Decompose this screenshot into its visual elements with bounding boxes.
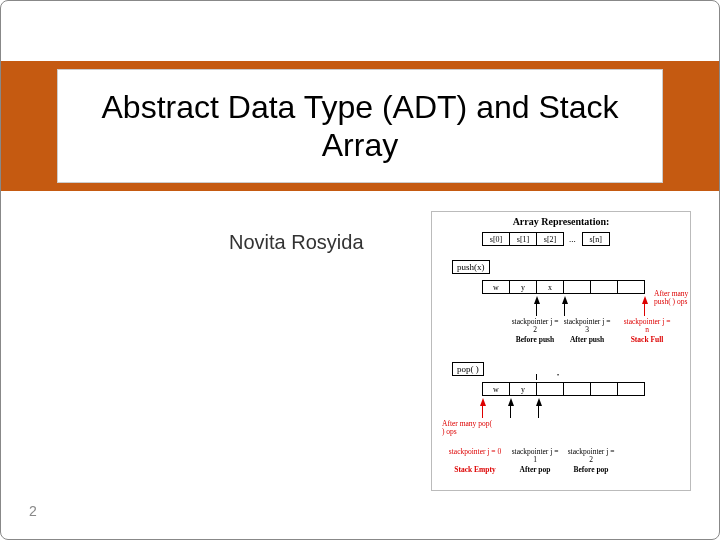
pop-line <box>536 374 537 380</box>
array-cell <box>563 280 591 294</box>
diagram-title: Array Representation: <box>432 216 690 227</box>
arrow-line <box>510 406 511 418</box>
array-cell <box>617 382 645 396</box>
pop-before-sp: stackpointer j = 2 <box>566 448 616 465</box>
array-cell <box>590 382 618 396</box>
ellipsis-icon: ... <box>569 234 576 244</box>
array-cell <box>590 280 618 294</box>
array-cell: w <box>482 382 510 396</box>
arrow-up-icon <box>536 398 542 406</box>
arrow-up-icon <box>508 398 514 406</box>
array-cell: y <box>509 280 537 294</box>
arrow-line <box>538 406 539 418</box>
pop-array-row: w y <box>482 382 644 396</box>
pop-empty-label: Stack Empty <box>448 466 502 474</box>
arrow-line <box>536 304 537 316</box>
page-number: 2 <box>29 503 37 519</box>
pop-after-label: After pop <box>510 466 560 474</box>
array-cell <box>536 382 564 396</box>
push-full-label: Stack Full <box>622 336 672 344</box>
array-cell <box>617 280 645 294</box>
arrow-up-icon <box>642 296 648 304</box>
push-after-sp: stackpointer j = 3 <box>562 318 612 335</box>
push-after-label: After push <box>562 336 612 344</box>
arrow-line <box>644 304 645 316</box>
push-label: push(x) <box>452 260 490 274</box>
pop-before-label: Before pop <box>566 466 616 474</box>
array-representation-diagram: Array Representation: s[0] s[1] s[2] ...… <box>431 211 691 491</box>
index-cell: s[2] <box>536 232 564 246</box>
pop-label: pop( ) <box>452 362 484 376</box>
pop-empty-note: After many pop( ) ops <box>442 420 492 437</box>
index-row: s[0] s[1] s[2] ... s[n] <box>482 230 670 248</box>
push-full-sp: stackpointer j = n <box>622 318 672 335</box>
push-before-label: Before push <box>510 336 560 344</box>
arrow-up-icon <box>480 398 486 406</box>
push-full-note: After many push( ) ops <box>654 290 690 307</box>
array-cell: x <box>536 280 564 294</box>
popped-dot: • <box>557 372 559 378</box>
title-box: Abstract Data Type (ADT) and Stack Array <box>57 69 663 183</box>
author-name: Novita Rosyida <box>229 231 364 254</box>
slide-title: Abstract Data Type (ADT) and Stack Array <box>78 88 642 165</box>
index-cell: s[1] <box>509 232 537 246</box>
pop-empty-sp: stackpointer j = 0 <box>448 448 502 456</box>
array-cell: w <box>482 280 510 294</box>
slide-frame: Abstract Data Type (ADT) and Stack Array… <box>0 0 720 540</box>
index-cell: s[n] <box>582 232 610 246</box>
arrow-line <box>564 304 565 316</box>
push-before-sp: stackpointer j = 2 <box>510 318 560 335</box>
arrow-up-icon <box>562 296 568 304</box>
arrow-up-icon <box>534 296 540 304</box>
pop-after-sp: stackpointer j = 1 <box>510 448 560 465</box>
array-cell: y <box>509 382 537 396</box>
arrow-line <box>482 406 483 418</box>
array-cell <box>563 382 591 396</box>
push-array-row: w y x <box>482 280 644 294</box>
index-cell: s[0] <box>482 232 510 246</box>
